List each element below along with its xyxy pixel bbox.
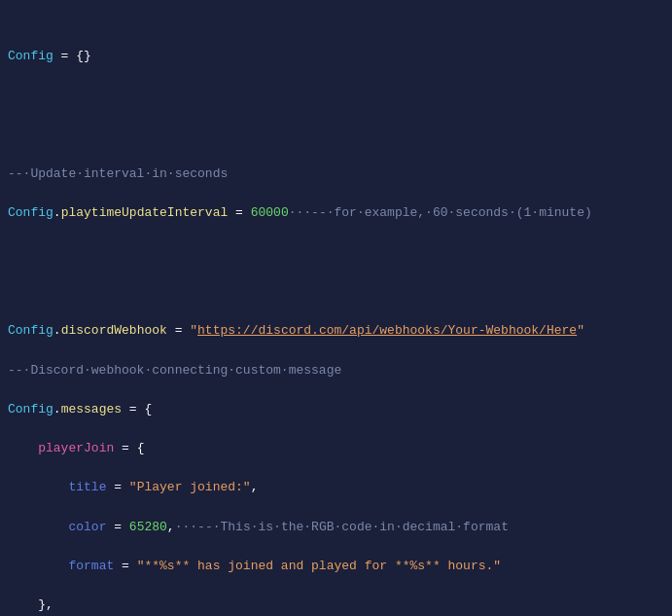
line-blank-2 xyxy=(0,263,672,282)
line-playtime: Config.playtimeUpdateInterval = 60000···… xyxy=(0,203,672,223)
line-playerjoin-open: playerJoin = { xyxy=(0,439,672,458)
line-playerjoin-format: format = "**%s** has joined and played f… xyxy=(0,557,672,576)
line-comment-2: --·Discord·webhook·connecting·custom·mes… xyxy=(0,361,672,380)
line-playerjoin-title: title = "Player joined:", xyxy=(0,478,672,497)
code-editor: Config = {} --·Update·interval·in·second… xyxy=(0,0,672,616)
line-webhook: Config.discordWebhook = "https://discord… xyxy=(0,321,672,341)
line-blank-1 xyxy=(0,106,672,126)
line-playerjoin-close: }, xyxy=(0,596,672,615)
line-messages-open: Config.messages = { xyxy=(0,400,672,419)
line-1: Config = {} xyxy=(0,47,672,66)
line-playerjoin-color: color = 65280,···--·This·is·the·RGB·code… xyxy=(0,518,672,537)
line-comment-1: --·Update·interval·in·seconds xyxy=(0,164,672,184)
